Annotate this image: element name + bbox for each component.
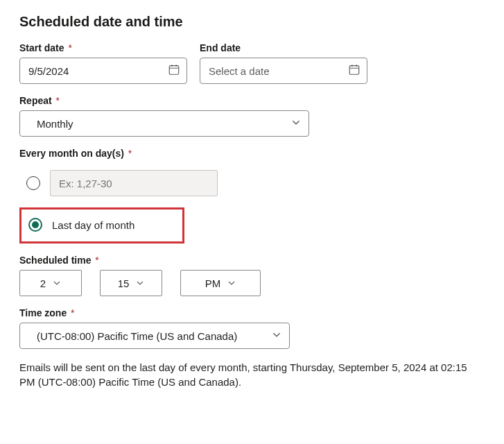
start-date-label-text: Start date xyxy=(19,42,64,53)
repeat-label-text: Repeat xyxy=(19,95,52,106)
end-date-label: End date xyxy=(200,42,367,53)
end-date-label-text: End date xyxy=(200,42,241,53)
scheduled-time-label: Scheduled time * xyxy=(19,255,485,266)
repeat-select[interactable]: Monthly xyxy=(19,110,309,137)
required-asterisk: * xyxy=(56,95,60,106)
option-last-day[interactable]: Last day of month xyxy=(19,207,184,244)
time-zone-label-text: Time zone xyxy=(19,307,67,318)
radio-last-day[interactable] xyxy=(28,218,42,232)
option-specific-days[interactable] xyxy=(19,166,485,200)
schedule-summary: Emails will be sent on the last day of e… xyxy=(19,360,485,389)
meridiem-value: PM xyxy=(205,278,221,289)
meridiem-select[interactable]: PM xyxy=(180,270,261,296)
hour-select[interactable]: 2 xyxy=(19,270,82,296)
required-asterisk: * xyxy=(95,255,98,266)
radio-specific-days[interactable] xyxy=(26,176,40,190)
every-month-label: Every month on day(s) * xyxy=(19,148,485,159)
chevron-down-icon xyxy=(291,118,301,130)
start-date-label: Start date * xyxy=(19,42,187,53)
chevron-down-icon xyxy=(53,279,61,287)
time-zone-value: (UTC-08:00) Pacific Time (US and Canada) xyxy=(37,330,237,342)
radio-last-day-label: Last day of month xyxy=(52,219,134,231)
every-month-label-text: Every month on day(s) xyxy=(19,148,124,159)
required-asterisk: * xyxy=(128,148,132,159)
required-asterisk: * xyxy=(68,42,71,53)
time-zone-label: Time zone * xyxy=(19,307,485,318)
end-date-input[interactable] xyxy=(200,58,367,84)
specific-days-input[interactable] xyxy=(50,170,218,196)
hour-value: 2 xyxy=(40,278,46,289)
section-heading: Scheduled date and time xyxy=(19,14,485,30)
chevron-down-icon xyxy=(227,279,236,287)
chevron-down-icon xyxy=(272,330,281,342)
end-date-field[interactable] xyxy=(200,58,367,84)
repeat-selected-value: Monthly xyxy=(37,118,73,130)
time-zone-select[interactable]: (UTC-08:00) Pacific Time (US and Canada) xyxy=(19,323,290,349)
start-date-field[interactable] xyxy=(19,58,187,84)
chevron-down-icon xyxy=(136,279,144,287)
repeat-label: Repeat * xyxy=(19,95,485,106)
scheduled-time-label-text: Scheduled time xyxy=(19,255,91,266)
minute-value: 15 xyxy=(118,278,130,289)
required-asterisk: * xyxy=(71,307,74,318)
start-date-input[interactable] xyxy=(19,58,187,84)
minute-select[interactable]: 15 xyxy=(100,270,162,296)
